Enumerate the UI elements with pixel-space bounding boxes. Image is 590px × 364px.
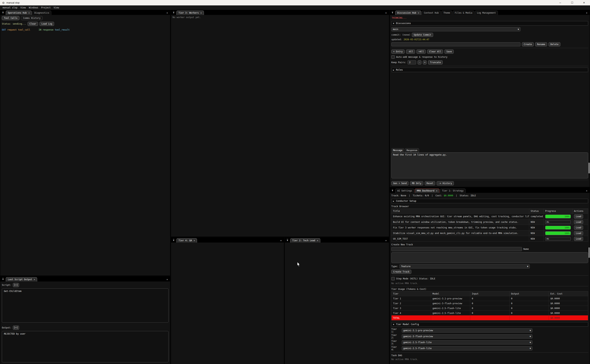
clear-all-button[interactable]: Clear All — [427, 50, 443, 54]
load-button[interactable]: Load — [574, 237, 583, 241]
rename-button[interactable]: Rename — [535, 42, 547, 46]
pane-menu-icon[interactable]: ▼ — [390, 11, 395, 15]
dashboard-scrollbar[interactable] — [589, 193, 590, 363]
maximize-icon[interactable]: ☐ — [566, 0, 578, 5]
panel-close-icon[interactable]: ✕ — [280, 239, 283, 242]
minimize-icon[interactable]: ─ — [554, 0, 566, 5]
auto-add-checkbox[interactable] — [391, 55, 395, 59]
pane-menu-icon[interactable]: ▼ — [285, 238, 290, 242]
keep-pairs-input[interactable] — [408, 60, 416, 65]
tab-tier3-workers[interactable]: Tier 3: Workers ✕ — [176, 11, 204, 15]
load-button[interactable]: Load — [574, 231, 583, 235]
step-mode-label: Step Mode (HITL) Status: IDLE — [396, 277, 435, 280]
tab-theme[interactable]: Theme — [441, 11, 452, 15]
tier4-model-select[interactable]: gemini-2.5-flash-lite ▼ — [402, 346, 532, 351]
pane-menu-icon[interactable]: ▼ — [390, 188, 395, 193]
window-close-icon[interactable]: ✕ — [578, 0, 590, 5]
discussion-hub-content: THINKING... ▼ Discussions main ▼ commit:… — [390, 15, 590, 187]
truncate-button[interactable]: Truncate — [428, 60, 443, 65]
subtab-message[interactable]: Message — [391, 148, 404, 152]
add-entry-button[interactable]: + Entry — [391, 50, 405, 54]
delete-button[interactable]: Delete — [549, 42, 560, 46]
message-textarea[interactable]: Read the first 10 lines of aggregate.py. — [391, 152, 588, 178]
tab-tier1-strategy[interactable]: Tier 1: Strategy — [440, 188, 466, 193]
conductor-setup-header[interactable]: ▶ Conductor Setup — [391, 199, 588, 203]
tab-diagnostics[interactable]: Diagnostics — [32, 11, 51, 15]
roles-section-header[interactable]: ▶ Roles — [391, 68, 588, 72]
pane-menu-icon[interactable]: ▼ — [1, 11, 5, 15]
tab-ai-settings[interactable]: AI Settings — [395, 188, 414, 193]
minus-all-button[interactable]: -All — [406, 50, 415, 54]
gen-send-button[interactable]: Gen + Send — [391, 181, 409, 185]
panel-close-icon[interactable]: ✕ — [385, 239, 388, 242]
tab-last-script-output[interactable]: Last Script Output ✕ — [6, 277, 37, 281]
load-button[interactable]: Load — [574, 214, 583, 219]
tab-close-icon[interactable]: ✕ — [200, 12, 202, 14]
to-history-button[interactable]: -> History — [437, 181, 454, 185]
md-only-button[interactable]: MD Only — [410, 181, 423, 185]
update-commit-button[interactable]: Update Commit — [412, 33, 433, 37]
save-button[interactable]: Save — [444, 50, 454, 54]
tab-close-icon[interactable]: ✕ — [28, 12, 30, 14]
tab-log-management[interactable]: Log Management — [475, 11, 498, 15]
pane-menu-icon[interactable]: ▼ — [171, 11, 176, 15]
pane-menu-icon[interactable]: ▼ — [1, 277, 5, 281]
discussion-name-input[interactable] — [391, 42, 520, 46]
subtab-response[interactable]: Response — [405, 148, 419, 152]
keep-pairs-decrement-button[interactable]: - — [418, 60, 421, 65]
menu-app[interactable]: manual slop — [1, 6, 19, 9]
new-track-name-input[interactable] — [391, 247, 522, 251]
track-table-header: Title Status Progress Actions — [392, 209, 588, 214]
tier3-model-select[interactable]: gemini-2.5-flash-lite ▼ — [402, 340, 532, 344]
panel-close-icon[interactable]: ✕ — [586, 12, 589, 15]
tab-close-icon[interactable]: ✕ — [436, 189, 437, 192]
panel-close-icon[interactable]: ✕ — [167, 278, 169, 281]
output-expand-button[interactable]: [+] — [13, 326, 19, 330]
tier3-workers-tabstrip: ▼ Tier 3: Workers ✕ ✕ — [171, 10, 389, 15]
reset-button[interactable]: Reset — [425, 181, 435, 185]
tab-close-icon[interactable]: ✕ — [418, 12, 419, 14]
tab-mma-dashboard[interactable]: MMA Dashboard ✕ — [415, 188, 439, 193]
load-log-button[interactable]: Load Log — [40, 22, 54, 26]
tab-discussion-hub[interactable]: Discussion Hub ✕ — [395, 11, 421, 15]
tab-context-hub[interactable]: Context Hub — [422, 11, 441, 15]
tier-model-config-header[interactable]: ▼ Tier Model Config — [391, 322, 588, 326]
new-track-description-textarea[interactable] — [391, 252, 588, 263]
tab-close-icon[interactable]: ✕ — [194, 239, 195, 242]
panel-close-icon[interactable]: ✕ — [167, 12, 169, 15]
tab-tier4-qa[interactable]: Tier 4: QA ✕ — [176, 238, 197, 242]
tab-operations-hub[interactable]: Operations Hub ✕ — [6, 11, 32, 15]
load-button[interactable]: Load — [574, 226, 583, 230]
menu-project[interactable]: Project — [40, 6, 52, 9]
track-type-select[interactable]: feature ▼ — [400, 264, 530, 268]
subtab-tool-calls[interactable]: Tool Calls — [2, 16, 19, 20]
pane-menu-icon[interactable]: ▼ — [171, 238, 176, 242]
tab-tier2-tech-lead[interactable]: Tier 2: Tech Lead ✕ — [290, 238, 320, 242]
create-track-button[interactable]: Create Track — [391, 270, 411, 274]
script-label: Script: — [2, 284, 11, 286]
tab-close-icon[interactable]: ✕ — [317, 239, 318, 242]
keep-pairs-increment-button[interactable]: + — [423, 60, 427, 65]
clear-button[interactable]: Clear — [28, 22, 38, 26]
panel-close-icon[interactable]: ✕ — [385, 12, 388, 15]
subtab-comms-history[interactable]: Comms History — [21, 16, 42, 20]
step-mode-checkbox[interactable] — [391, 277, 395, 280]
discussion-scrollbar[interactable] — [589, 15, 590, 186]
plus-all-button[interactable]: +All — [416, 50, 426, 54]
tab-close-icon[interactable]: ✕ — [34, 278, 35, 281]
script-textbox[interactable]: Get-ChildItem — [2, 288, 169, 323]
script-expand-button[interactable]: [+] — [13, 283, 19, 287]
tab-files-media[interactable]: Files & Media — [453, 11, 474, 15]
output-textbox[interactable]: REJECTED by user — [2, 331, 169, 362]
usage-row: Tier 1 gemini-3.1-pro-preview 0 0 $0.000… — [392, 296, 588, 301]
branch-select[interactable]: main ▼ — [391, 27, 520, 31]
create-button[interactable]: Create — [522, 42, 534, 46]
menu-view-2[interactable]: View — [52, 6, 61, 9]
panel-close-icon[interactable]: ✕ — [586, 189, 589, 193]
menu-view[interactable]: View — [19, 6, 27, 9]
load-button[interactable]: Load — [574, 220, 583, 224]
tier2-model-select[interactable]: gemini-3-flash-preview ▼ — [402, 334, 532, 338]
menu-windows[interactable]: Windows — [27, 6, 40, 9]
discussions-section-header[interactable]: ▼ Discussions — [391, 21, 588, 26]
tier1-model-select[interactable]: gemini-3.1-pro-preview ▼ — [402, 328, 532, 332]
